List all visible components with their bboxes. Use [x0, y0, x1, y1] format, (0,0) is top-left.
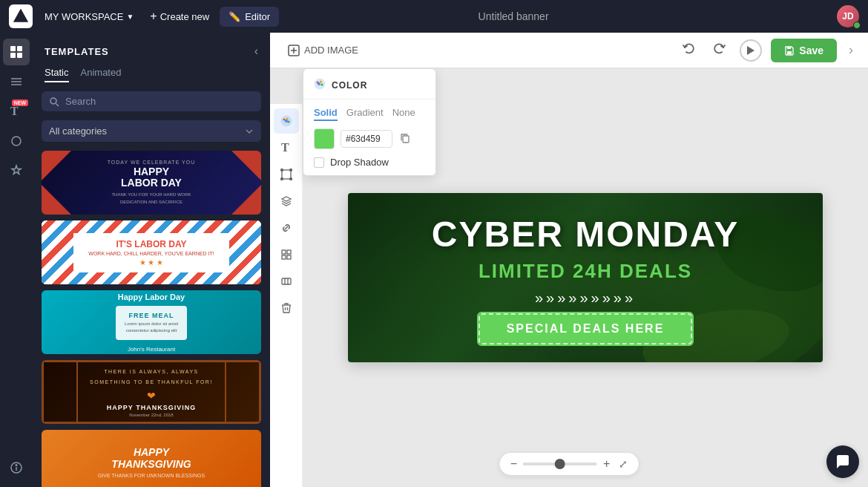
- drop-shadow-checkbox[interactable]: [314, 157, 324, 168]
- workspace-menu[interactable]: MY WORKSPACE ▼: [39, 8, 139, 25]
- banner-cta-button[interactable]: SPECIAL DEALS HERE: [479, 313, 693, 344]
- search-input[interactable]: [65, 96, 254, 107]
- templates-grid: TODAY WE CELEBRATE YOU HAPPYLABOR DAY TH…: [33, 151, 270, 487]
- banner-subtitle[interactable]: LIMITED 24H DEALS: [348, 260, 823, 283]
- svg-rect-47: [403, 136, 409, 143]
- document-title[interactable]: Untitled banner: [190, 10, 837, 22]
- save-button[interactable]: Save: [771, 39, 837, 62]
- sidebar-icon-dashboard[interactable]: [3, 39, 30, 65]
- tab-static[interactable]: Static: [45, 64, 69, 82]
- layers-icon: [280, 195, 292, 207]
- collapse-right-button[interactable]: ›: [846, 39, 856, 61]
- sidebar-icon-info[interactable]: [3, 454, 30, 481]
- chat-button[interactable]: [826, 445, 859, 478]
- color-swatch[interactable]: [314, 128, 335, 149]
- svg-point-31: [289, 178, 292, 180]
- undo-button[interactable]: [677, 39, 700, 62]
- sidebar-icon-shapes[interactable]: [3, 128, 30, 154]
- grid-tool-button[interactable]: [274, 242, 299, 267]
- color-swatch-row: [314, 128, 425, 149]
- sidebar-icon-text[interactable]: T NEW: [3, 98, 30, 125]
- search-icon: [49, 97, 59, 107]
- svg-rect-35: [282, 255, 286, 259]
- banner-background: CYBER MONDAY LIMITED 24H DEALS »»»»»»»»»…: [348, 193, 823, 362]
- svg-rect-2: [17, 46, 22, 51]
- svg-point-9: [12, 137, 21, 146]
- resize-tool-button[interactable]: [274, 269, 299, 294]
- templates-header: TEMPLATES ‹: [33, 33, 270, 64]
- add-image-button[interactable]: ADD IMAGE: [282, 42, 364, 59]
- zoom-thumb[interactable]: [555, 459, 565, 469]
- zoom-expand-button[interactable]: ⤢: [619, 458, 628, 470]
- drop-shadow-row: Drop Shadow: [314, 157, 425, 168]
- delete-tool-button[interactable]: [274, 295, 299, 321]
- transform-tool-button[interactable]: [274, 162, 299, 187]
- color-panel: COLOR Solid Gradient None: [303, 68, 436, 176]
- svg-text:T: T: [281, 142, 289, 154]
- templates-panel: TEMPLATES ‹ Static Animated All categori…: [33, 33, 270, 487]
- app-logo[interactable]: [9, 4, 33, 28]
- play-icon: [747, 46, 754, 55]
- top-navigation: MY WORKSPACE ▼ + Create new ✏️ Editor Un…: [0, 0, 868, 33]
- save-icon: [784, 45, 795, 56]
- svg-point-22: [283, 119, 285, 121]
- zoom-slider[interactable]: [523, 463, 597, 465]
- palette-icon: [280, 115, 292, 127]
- user-avatar[interactable]: JD: [837, 5, 859, 27]
- color-panel-body: Solid Gradient None: [303, 99, 435, 175]
- play-button[interactable]: [740, 39, 762, 62]
- layers-tool-button[interactable]: [274, 189, 299, 214]
- undo-icon: [682, 42, 695, 55]
- workspace-label: MY WORKSPACE: [45, 11, 123, 22]
- tab-none[interactable]: None: [392, 107, 415, 121]
- canvas-toolbar: ADD IMAGE: [270, 33, 868, 68]
- template-card-4[interactable]: THERE IS ALWAYS, ALWAYSSOMETHING TO BE T…: [42, 360, 261, 424]
- template-card-1[interactable]: TODAY WE CELEBRATE YOU HAPPYLABOR DAY TH…: [42, 151, 261, 215]
- redo-button[interactable]: [708, 39, 731, 62]
- color-tool-button[interactable]: [274, 108, 299, 134]
- workspace-chevron-icon: ▼: [126, 13, 134, 21]
- sidebar-icon-effects[interactable]: [3, 157, 30, 184]
- svg-point-28: [280, 169, 283, 171]
- banner-canvas: CYBER MONDAY LIMITED 24H DEALS »»»»»»»»»…: [348, 193, 823, 362]
- color-panel-header: COLOR: [303, 69, 435, 99]
- color-hex-input[interactable]: [341, 130, 392, 148]
- add-image-label: ADD IMAGE: [304, 45, 358, 56]
- svg-point-45: [321, 84, 323, 86]
- svg-rect-37: [282, 278, 291, 284]
- svg-point-13: [50, 98, 56, 104]
- svg-point-44: [320, 81, 322, 83]
- zoom-in-button[interactable]: +: [603, 457, 610, 471]
- grid-icon: [280, 249, 292, 261]
- category-dropdown[interactable]: All categories: [42, 120, 261, 142]
- svg-rect-27: [282, 170, 291, 179]
- template-card-5[interactable]: HappyThanksgiving GIVE THANKS FOR UNKNOW…: [42, 430, 261, 487]
- collapse-panel-button[interactable]: ‹: [254, 45, 258, 58]
- link-tool-button[interactable]: [274, 215, 299, 241]
- banner-main-title[interactable]: CYBER MONDAY: [348, 214, 823, 255]
- new-badge: NEW: [12, 99, 28, 106]
- add-icon: [288, 45, 300, 56]
- tab-animated[interactable]: Animated: [81, 64, 122, 82]
- resize-icon: [280, 275, 292, 287]
- template-card-2[interactable]: IT'S LABOR DAY WORK HARD, CHILL HARDER, …: [42, 220, 261, 284]
- svg-rect-33: [282, 250, 286, 254]
- sidebar-icon-layers[interactable]: [3, 68, 30, 95]
- template-card-3[interactable]: Happy Labor Day FREE MEAL Lorem ipsum do…: [42, 290, 261, 354]
- tab-gradient[interactable]: Gradient: [346, 107, 384, 121]
- redo-icon: [713, 42, 726, 55]
- copy-color-button[interactable]: [398, 131, 412, 147]
- zoom-out-button[interactable]: −: [510, 457, 517, 471]
- chat-icon: [835, 454, 850, 469]
- save-label: Save: [799, 45, 823, 56]
- templates-tabs: Static Animated: [33, 64, 270, 91]
- canvas-workspace: T: [270, 68, 868, 487]
- search-bar: [42, 91, 261, 111]
- drop-shadow-label: Drop Shadow: [330, 157, 389, 168]
- svg-text:T: T: [10, 105, 19, 117]
- svg-rect-19: [787, 51, 792, 54]
- text-tool-button[interactable]: T: [274, 135, 299, 160]
- online-status-badge: [853, 22, 861, 29]
- copy-icon: [400, 133, 410, 143]
- tab-solid[interactable]: Solid: [314, 107, 338, 121]
